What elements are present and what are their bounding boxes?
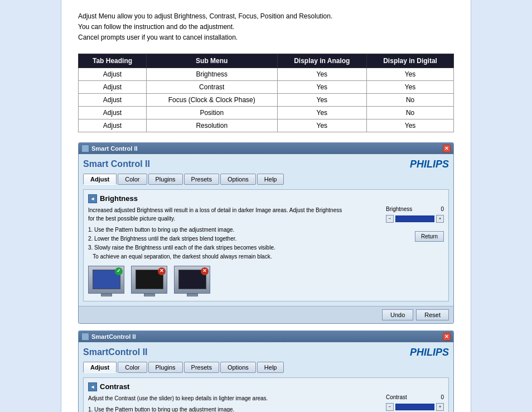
col-header-tab: Tab Heading xyxy=(79,54,147,68)
monitor-base-3 xyxy=(187,294,198,296)
window1-undo-button[interactable]: Undo xyxy=(382,309,413,320)
tab-plugins-w1[interactable]: Plugins xyxy=(148,174,183,185)
table-cell: No xyxy=(367,93,454,106)
window2-close-button[interactable]: ✕ xyxy=(443,333,451,341)
monitor-item-1: ✓ xyxy=(88,266,124,296)
intro-text: Adjust Menu allow you to adjust Brightne… xyxy=(78,11,454,44)
col-header-analog: Display in Analog xyxy=(277,54,367,68)
window2-section-body: Adjust the Contrast (use the slider) to … xyxy=(88,394,444,412)
table-cell: Adjust xyxy=(79,106,147,119)
window1-section-right: Brightness 0 − + Return xyxy=(386,206,444,296)
window1-titlebar: Smart Control II ✕ xyxy=(79,143,453,154)
table-cell: Resolution xyxy=(147,119,278,132)
window2-section-left: Adjust the Contrast (use the slider) to … xyxy=(88,394,380,412)
table-cell: Focus (Clock & Clock Phase) xyxy=(147,93,278,106)
tab-presets-w1[interactable]: Presets xyxy=(184,174,219,185)
table-row: AdjustFocus (Clock & Clock Phase)YesNo xyxy=(79,93,454,106)
window1-inner: Smart Control II PHILIPS Adjust Color Pl… xyxy=(79,154,453,306)
table-row: AdjustContrastYesYes xyxy=(79,80,454,93)
window1-close-button[interactable]: ✕ xyxy=(443,145,451,152)
left-panel xyxy=(0,0,61,412)
window2-slider-plus[interactable]: + xyxy=(436,403,444,411)
window2-nav-tabs: Adjust Color Plugins Presets Options Hel… xyxy=(83,362,449,373)
window1-app-title: Smart Control II xyxy=(83,159,150,169)
tab-presets-w2[interactable]: Presets xyxy=(184,362,219,373)
window2-panel: SmartControl II ✕ SmartControl II PHILIP… xyxy=(78,330,454,412)
window2-app-title: SmartControl II xyxy=(83,347,148,357)
window2-section-right: Contrast 0 − + TuRave xyxy=(386,394,444,412)
window2-icon xyxy=(81,333,89,341)
col-header-digital: Display in Digital xyxy=(367,54,454,68)
window2-slider-value: 0 xyxy=(441,394,444,400)
tab-help-w1[interactable]: Help xyxy=(257,174,284,185)
window1-instructions: 1. Use the Pattern button to bring up th… xyxy=(88,226,380,261)
tab-plugins-w2[interactable]: Plugins xyxy=(148,362,183,373)
monitor-img-3: ✕ xyxy=(174,266,210,294)
window1-section-left: Increased adjusted Brightness will resul… xyxy=(88,206,380,296)
window2-slider-label: Contrast xyxy=(386,394,407,400)
window1-title: Smart Control II xyxy=(91,145,138,152)
table-cell: Yes xyxy=(277,68,367,80)
window2-slider-track[interactable] xyxy=(395,404,434,410)
tab-adjust-w2[interactable]: Adjust xyxy=(83,362,117,373)
tab-help-w2[interactable]: Help xyxy=(257,362,284,373)
table-row: AdjustPositionYesNo xyxy=(79,106,454,119)
table-row: AdjustBrightnessYesYes xyxy=(79,68,454,80)
table-cell: Yes xyxy=(367,80,454,93)
window2-philips-logo: PHILIPS xyxy=(410,347,449,358)
table-cell: Adjust xyxy=(79,68,147,80)
monitor-img-1: ✓ xyxy=(88,266,124,294)
window2-inner: SmartControl II PHILIPS Adjust Color Plu… xyxy=(79,342,453,412)
window2-titlebar-left: SmartControl II xyxy=(81,333,136,341)
window1-section-body: Increased adjusted Brightness will resul… xyxy=(88,206,444,296)
window2-slider-minus[interactable]: − xyxy=(386,403,394,411)
tab-options-w1[interactable]: Options xyxy=(220,174,256,185)
monitor-item-2: ✕ xyxy=(131,266,167,296)
monitor-img-2: ✕ xyxy=(131,266,167,294)
tab-adjust-w1[interactable]: Adjust xyxy=(83,174,117,185)
window1-slider-minus[interactable]: − xyxy=(386,215,394,223)
window2-description: Adjust the Contrast (use the slider) to … xyxy=(88,394,380,403)
window2-section-header: ◄ Contrast xyxy=(88,382,444,391)
tab-color-w2[interactable]: Color xyxy=(118,362,147,373)
tab-color-w1[interactable]: Color xyxy=(118,174,147,185)
table-cell: Contrast xyxy=(147,80,278,93)
window1-slider-plus[interactable]: + xyxy=(436,215,444,223)
table-cell: Adjust xyxy=(79,93,147,106)
window1-slider-row: − + xyxy=(386,215,444,223)
tab-options-w2[interactable]: Options xyxy=(220,362,256,373)
col-header-sub: Sub Menu xyxy=(147,54,278,68)
table-cell: Adjust xyxy=(79,119,147,132)
window1-slider-track[interactable] xyxy=(395,215,434,222)
window1-icon xyxy=(81,145,89,152)
adjust-table: Tab Heading Sub Menu Display in Analog D… xyxy=(78,54,454,132)
window2-section-title: Contrast xyxy=(100,382,129,391)
status-bad-icon-3: ✕ xyxy=(201,267,209,275)
table-cell: Yes xyxy=(367,68,454,80)
window1-footer: Undo Reset xyxy=(79,306,453,323)
window1-section-title: Brightness xyxy=(100,194,138,203)
monitor-base-2 xyxy=(144,294,155,296)
window1-app-header: Smart Control II PHILIPS xyxy=(83,159,449,170)
table-cell: Yes xyxy=(277,80,367,93)
table-cell: Brightness xyxy=(147,68,278,80)
window2-titlebar: SmartControl II ✕ xyxy=(79,331,453,342)
window2-nav-arrow[interactable]: ◄ xyxy=(88,382,97,391)
window1-return-button[interactable]: Return xyxy=(415,231,444,242)
intro-line2: You can follow the instruction and do th… xyxy=(78,22,454,32)
window1-description: Increased adjusted Brightness will resul… xyxy=(88,206,380,223)
page-wrapper: Adjust Menu allow you to adjust Brightne… xyxy=(0,0,532,412)
window1-slider-label: Brightness xyxy=(386,206,412,212)
table-cell: No xyxy=(367,106,454,119)
status-ok-icon-1: ✓ xyxy=(115,267,123,275)
main-content: Adjust Menu allow you to adjust Brightne… xyxy=(61,0,471,412)
window2-app-header: SmartControl II PHILIPS xyxy=(83,347,449,358)
window1-nav-tabs: Adjust Color Plugins Presets Options Hel… xyxy=(83,174,449,185)
status-bad-icon-2: ✕ xyxy=(158,267,166,275)
window1-reset-button[interactable]: Reset xyxy=(416,309,449,320)
window2-slider-row: − + xyxy=(386,403,444,411)
window1-monitor-row: ✓ ✕ xyxy=(88,266,380,296)
table-cell: Yes xyxy=(277,119,367,132)
intro-line3: Cancel prompts user if you want to cance… xyxy=(78,32,454,43)
window1-nav-arrow[interactable]: ◄ xyxy=(88,194,97,203)
